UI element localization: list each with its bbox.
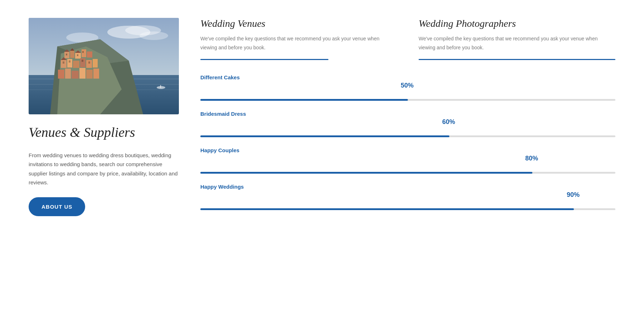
info-cards-row: Wedding Venues We've compiled the key qu… xyxy=(200,18,615,60)
svg-rect-31 xyxy=(82,51,84,53)
progress-item-different-cakes: Different Cakes 50% xyxy=(200,74,615,101)
different-cakes-fill xyxy=(200,99,408,101)
happy-couples-label: Happy Couples xyxy=(200,147,615,153)
svg-rect-35 xyxy=(88,61,90,64)
wedding-photographers-divider xyxy=(419,59,615,60)
bridesmaid-dress-percent: 60% xyxy=(442,118,455,126)
wedding-photographers-description: We've compiled the key questions that we… xyxy=(419,34,615,52)
svg-rect-22 xyxy=(93,59,98,68)
svg-rect-16 xyxy=(87,51,92,58)
svg-rect-24 xyxy=(65,69,71,79)
bridesmaid-dress-fill xyxy=(200,135,449,137)
svg-rect-26 xyxy=(79,68,86,79)
progress-item-bridesmaid-dress: Bridesmaid Dress 60% xyxy=(200,111,615,137)
progress-bars-section: Different Cakes 50% Bridesmaid Dress 60% xyxy=(200,74,615,220)
bridesmaid-dress-track xyxy=(200,135,615,137)
svg-point-3 xyxy=(140,31,168,40)
svg-rect-25 xyxy=(72,71,79,79)
happy-weddings-track xyxy=(200,208,615,210)
svg-rect-33 xyxy=(69,60,70,63)
happy-weddings-fill xyxy=(200,208,574,210)
svg-rect-17 xyxy=(61,60,67,68)
different-cakes-bar-wrapper: 50% xyxy=(200,83,615,92)
svg-rect-21 xyxy=(86,60,92,68)
left-column: Venues & Suppliers From wedding venues t… xyxy=(29,18,179,216)
svg-rect-23 xyxy=(58,70,64,79)
svg-rect-20 xyxy=(80,58,86,67)
svg-rect-32 xyxy=(63,61,64,64)
svg-rect-15 xyxy=(82,49,86,57)
about-us-button[interactable]: ABOUT US xyxy=(29,197,85,216)
venues-suppliers-title: Venues & Suppliers xyxy=(29,124,179,141)
progress-item-happy-couples: Happy Couples 80% xyxy=(200,147,615,174)
happy-couples-track xyxy=(200,172,615,174)
svg-rect-19 xyxy=(73,61,79,68)
venues-suppliers-description: From wedding venues to wedding dress bou… xyxy=(29,151,179,187)
page-wrapper: Venues & Suppliers From wedding venues t… xyxy=(0,0,644,328)
different-cakes-track xyxy=(200,99,615,101)
hero-image xyxy=(29,18,179,114)
svg-rect-41 xyxy=(160,85,161,88)
svg-rect-30 xyxy=(77,54,78,56)
happy-couples-fill xyxy=(200,172,532,174)
svg-rect-29 xyxy=(66,54,67,55)
wedding-venues-description: We've compiled the key questions that we… xyxy=(200,34,397,52)
svg-rect-18 xyxy=(67,59,72,68)
wedding-venues-card: Wedding Venues We've compiled the key qu… xyxy=(200,18,397,60)
happy-weddings-bar-wrapper: 90% xyxy=(200,193,615,201)
wedding-photographers-title: Wedding Photographers xyxy=(419,18,615,29)
different-cakes-percent: 50% xyxy=(401,82,414,89)
happy-weddings-label: Happy Weddings xyxy=(200,184,615,190)
happy-weddings-percent: 90% xyxy=(567,191,580,199)
svg-rect-27 xyxy=(86,70,93,79)
bridesmaid-dress-bar-wrapper: 60% xyxy=(200,120,615,128)
svg-rect-13 xyxy=(70,51,74,58)
bridesmaid-dress-label: Bridesmaid Dress xyxy=(200,111,615,117)
different-cakes-label: Different Cakes xyxy=(200,74,615,80)
wedding-venues-title: Wedding Venues xyxy=(200,18,397,29)
happy-couples-bar-wrapper: 80% xyxy=(200,156,615,165)
svg-rect-34 xyxy=(82,60,83,62)
wedding-venues-divider xyxy=(200,59,328,60)
progress-item-happy-weddings: Happy Weddings 90% xyxy=(200,184,615,210)
wedding-photographers-card: Wedding Photographers We've compiled the… xyxy=(419,18,615,60)
right-section: Wedding Venues We've compiled the key qu… xyxy=(200,18,615,220)
happy-couples-percent: 80% xyxy=(525,155,538,162)
svg-rect-28 xyxy=(93,69,99,79)
